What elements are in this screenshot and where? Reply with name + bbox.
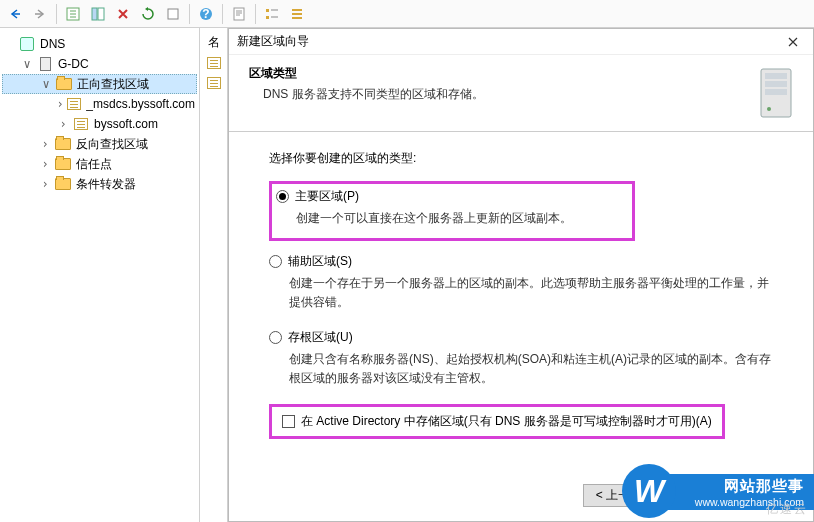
svg-rect-8 <box>266 16 269 19</box>
toolbar-separator <box>255 4 256 24</box>
wizard-subtitle: DNS 服务器支持不同类型的区域和存储。 <box>249 86 484 103</box>
toolbar-action-1[interactable] <box>62 3 84 25</box>
next-button[interactable]: 下一步(N) > <box>675 484 763 507</box>
tree-label: 信任点 <box>74 156 114 173</box>
expand-icon[interactable]: › <box>56 117 70 131</box>
tree-forward-zones[interactable]: ∨ 正向查找区域 <box>2 74 197 94</box>
column-header: 名 <box>208 34 220 51</box>
dns-icon <box>20 37 34 51</box>
svg-text:?: ? <box>202 7 209 21</box>
radio-label: 主要区域(P) <box>295 188 359 205</box>
folder-icon <box>55 138 71 150</box>
toolbar-list2-button[interactable] <box>286 3 308 25</box>
zone-icon <box>67 98 81 110</box>
wizard-titlebar: 新建区域向导 <box>229 29 813 55</box>
radio-secondary-zone[interactable]: 辅助区域(S) <box>269 253 787 270</box>
tree-trust-points[interactable]: › 信任点 <box>2 154 197 174</box>
primary-zone-desc: 创建一个可以直接在这个服务器上更新的区域副本。 <box>276 209 572 228</box>
tree-label: G-DC <box>56 57 91 71</box>
svg-point-13 <box>767 107 771 111</box>
toolbar-list1-button[interactable] <box>261 3 283 25</box>
checkbox-icon <box>282 415 295 428</box>
wizard-header: 区域类型 DNS 服务器支持不同类型的区域和存储。 <box>229 55 813 132</box>
toolbar-separator <box>56 4 57 24</box>
svg-rect-2 <box>98 8 104 20</box>
tree-root-dns[interactable]: DNS <box>2 34 197 54</box>
tree-conditional-forwarders[interactable]: › 条件转发器 <box>2 174 197 194</box>
middle-column: 名 <box>200 28 228 522</box>
svg-rect-1 <box>92 8 97 20</box>
secondary-zone-desc: 创建一个存在于另一个服务器上的区域的副本。此选项帮助主服务器平衡处理的工作量，并… <box>269 274 774 312</box>
tree-label: byssoft.com <box>92 117 160 131</box>
toolbar-view-button[interactable] <box>87 3 109 25</box>
wizard-body: 选择你要创建的区域的类型: 主要区域(P) 创建一个可以直接在这个服务器上更新的… <box>229 132 813 447</box>
toolbar-separator <box>189 4 190 24</box>
watermark-yisu: 亿速云 <box>766 501 808 518</box>
svg-rect-12 <box>765 89 787 95</box>
highlight-primary-option: 主要区域(P) 创建一个可以直接在这个服务器上更新的区域副本。 <box>269 181 635 241</box>
zone-icon[interactable] <box>206 75 222 91</box>
radio-icon <box>269 255 282 268</box>
tree-zone-msdcs[interactable]: › _msdcs.byssoft.com <box>2 94 197 114</box>
toolbar-properties-button[interactable] <box>162 3 184 25</box>
collapse-icon[interactable]: ∨ <box>39 77 53 91</box>
checkbox-label: 在 Active Directory 中存储区域(只有 DNS 服务器是可写域控… <box>301 413 712 430</box>
tree-label: DNS <box>38 37 67 51</box>
folder-icon <box>56 78 72 90</box>
wizard-button-row: < 上一步(B) 下一步(N) > <box>583 484 763 507</box>
folder-icon <box>55 158 71 170</box>
radio-icon <box>269 331 282 344</box>
wizard-heading: 区域类型 <box>249 65 484 82</box>
toolbar-refresh-button[interactable] <box>137 3 159 25</box>
svg-rect-7 <box>266 9 269 12</box>
svg-rect-3 <box>168 9 178 19</box>
checkbox-store-in-ad[interactable]: 在 Active Directory 中存储区域(只有 DNS 服务器是可写域控… <box>282 413 712 430</box>
tree-reverse-zones[interactable]: › 反向查找区域 <box>2 134 197 154</box>
tree-zone-byssoft[interactable]: › byssoft.com <box>2 114 197 134</box>
toolbar-separator <box>222 4 223 24</box>
zone-icon <box>74 118 88 130</box>
toolbar-script-button[interactable] <box>228 3 250 25</box>
highlight-ad-checkbox: 在 Active Directory 中存储区域(只有 DNS 服务器是可写域控… <box>269 404 725 439</box>
toolbar-delete-button[interactable] <box>112 3 134 25</box>
svg-rect-10 <box>765 73 787 79</box>
tree-label: 反向查找区域 <box>74 136 150 153</box>
expand-icon[interactable]: › <box>38 177 52 191</box>
back-button[interactable]: < 上一步(B) <box>583 484 671 507</box>
expand-icon[interactable]: › <box>38 157 52 171</box>
radio-stub-zone[interactable]: 存根区域(U) <box>269 329 787 346</box>
radio-label: 辅助区域(S) <box>288 253 352 270</box>
zone-icon[interactable] <box>206 55 222 71</box>
tree-label: 条件转发器 <box>74 176 138 193</box>
expand-icon[interactable]: › <box>38 137 52 151</box>
tree-host[interactable]: ∨ G-DC <box>2 54 197 74</box>
new-zone-wizard: 新建区域向导 区域类型 DNS 服务器支持不同类型的区域和存储。 <box>228 28 814 522</box>
radio-icon <box>276 190 289 203</box>
folder-icon <box>55 178 71 190</box>
close-button[interactable] <box>781 32 805 52</box>
tree-label: _msdcs.byssoft.com <box>84 97 197 111</box>
nav-forward-button[interactable] <box>29 3 51 25</box>
svg-rect-6 <box>234 8 244 20</box>
radio-label: 存根区域(U) <box>288 329 353 346</box>
wizard-title: 新建区域向导 <box>237 33 309 50</box>
server-icon <box>40 57 51 71</box>
toolbar-help-button[interactable]: ? <box>195 3 217 25</box>
svg-rect-11 <box>765 81 787 87</box>
tree-label: 正向查找区域 <box>75 76 151 93</box>
collapse-icon[interactable]: ∨ <box>20 57 34 71</box>
radio-primary-zone[interactable]: 主要区域(P) <box>276 188 572 205</box>
main-toolbar: ? <box>0 0 814 28</box>
stub-zone-desc: 创建只含有名称服务器(NS)、起始授权机构(SOA)和粘连主机(A)记录的区域的… <box>269 350 774 388</box>
dns-tree: DNS ∨ G-DC ∨ 正向查找区域 › _msdcs.byssoft.com… <box>0 28 200 522</box>
server-tower-icon <box>755 65 797 121</box>
wizard-prompt: 选择你要创建的区域的类型: <box>269 150 787 167</box>
nav-back-button[interactable] <box>4 3 26 25</box>
expand-icon[interactable]: › <box>56 97 64 111</box>
